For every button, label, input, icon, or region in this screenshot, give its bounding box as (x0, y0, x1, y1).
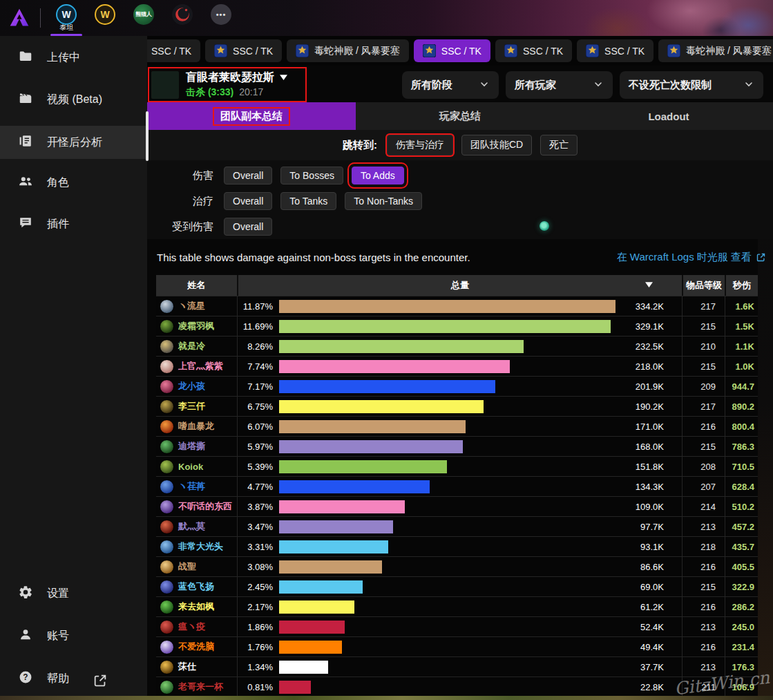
wcl-app[interactable]: W泰坦 (53, 4, 80, 35)
dropdown-filter[interactable]: 不设死亡次数限制 (620, 71, 763, 99)
table-row[interactable]: 瘟ヽ疫1.86%52.4K213245.0 (156, 616, 758, 636)
scrollbar-thumb[interactable] (146, 111, 149, 161)
damage-total: 134.3K (615, 482, 682, 492)
encounter-tab[interactable]: 毒蛇神殿 / 风暴要塞 (287, 39, 409, 62)
metric-filter-button[interactable]: To Adds (352, 167, 404, 185)
table-row[interactable]: 上官灬紫紫7.74%218.0K2151.0K (156, 356, 758, 376)
boss-selector[interactable]: 盲眼者莱欧瑟拉斯 击杀 (3:33) 20:17 (148, 67, 307, 102)
sidebar-item-gear[interactable]: 设置 (0, 577, 147, 610)
archon-logo-icon[interactable] (8, 7, 30, 29)
encounter-tab[interactable]: SSC / TK (577, 39, 653, 62)
class-spec-icon (160, 299, 174, 314)
jump-button[interactable]: 死亡 (540, 135, 578, 155)
item-level: 210 (682, 337, 725, 356)
table-row[interactable]: ヽ流星11.87%334.2K2171.6K (156, 296, 758, 316)
metric-filter-button[interactable]: Overall (224, 192, 272, 210)
column-header-total[interactable]: 总量 (237, 275, 682, 296)
ffxiv-app[interactable] (169, 4, 196, 35)
damage-bar (279, 560, 382, 574)
jump-button[interactable]: 团队技能CD (461, 135, 532, 155)
table-row[interactable]: 战聖3.08%86.6K216405.5 (156, 556, 758, 576)
dps-value: 106.9 (725, 677, 758, 697)
encounter-tab-label: SSC / TK (604, 46, 645, 57)
warcraftlogs-link[interactable]: 在 Warcraft Logs 时光服 查看 (617, 251, 766, 264)
table-row[interactable]: 来去如枫2.17%61.2K216286.2 (156, 596, 758, 616)
table-row[interactable]: 老哥来一杯0.81%22.8K211106.9 (156, 677, 758, 697)
player-name: 老哥来一杯 (178, 681, 223, 693)
encounter-tab[interactable]: SSC / TK (147, 39, 200, 62)
class-spec-icon (160, 319, 174, 334)
damage-bar (279, 580, 363, 594)
column-header-ilvl[interactable]: 物品等级 (682, 275, 725, 296)
table-row[interactable]: 蓝色飞扬2.45%69.0K215322.9 (156, 576, 758, 596)
metric-filter-button[interactable]: To Bosses (280, 167, 343, 185)
dps-value: 1.0K (725, 357, 758, 376)
player-name: 蓝色飞扬 (178, 580, 214, 593)
filter-dropdowns: 所有阶段所有玩家不设死亡次数限制 (402, 71, 763, 99)
table-row[interactable]: 不爱洗脑1.76%49.4K216231.4 (156, 636, 758, 656)
encounter-tab[interactable]: SSC / TK (205, 39, 282, 62)
metric-filter-button[interactable]: To Non-Tanks (345, 192, 422, 210)
table-row[interactable]: 不听话的东西3.87%109.0K214510.2 (156, 496, 758, 516)
table-row[interactable]: Koiok5.39%151.8K208710.5 (156, 456, 758, 476)
panda-app[interactable]: 熊猫人 (130, 4, 158, 35)
chevron-down-icon (280, 75, 287, 81)
table-row[interactable]: ヽ荏苒4.77%134.3K207628.4 (156, 476, 758, 496)
dropdown-filter[interactable]: 所有阶段 (402, 71, 499, 99)
damage-total: 201.9K (615, 381, 682, 392)
table-row[interactable]: 龙小孩7.17%201.9K209944.7 (156, 376, 758, 396)
table-row[interactable]: 李三仟6.75%190.2K217890.2 (156, 396, 758, 416)
encounter-tab-strip: SSC / TKSSC / TK毒蛇神殿 / 风暴要塞SSC / TKSSC /… (147, 36, 773, 66)
encounter-tab-label: SSC / TK (233, 46, 273, 57)
sidebar-item-help[interactable]: ?帮助 (0, 662, 147, 695)
more-app[interactable]: ••• (207, 4, 235, 35)
addon-icon (18, 215, 33, 233)
chevron-down-icon (586, 79, 604, 92)
dps-value: 176.3 (725, 657, 758, 677)
metric-filter-button[interactable]: Overall (224, 167, 272, 185)
metric-filter-button[interactable]: Overall (224, 218, 272, 236)
damage-percent: 8.26% (238, 341, 279, 352)
table-row[interactable]: 嗜血暴龙6.07%171.0K216800.4 (156, 416, 758, 436)
player-name: ヽ荏苒 (178, 480, 205, 493)
table-row[interactable]: 凌霜羽枫11.69%329.1K2151.5K (156, 316, 758, 336)
jump-button[interactable]: 伤害与治疗 (387, 135, 453, 155)
encounter-tab[interactable]: 毒蛇神殿 / 风暴要塞 (658, 39, 773, 62)
damage-total: 232.5K (615, 341, 682, 352)
wow-app[interactable]: W (91, 4, 119, 35)
sidebar-item-analysis[interactable]: 开怪后分析 (0, 126, 147, 159)
wcl-app-icon: W (56, 4, 77, 25)
class-spec-icon (160, 600, 174, 614)
sidebar-item-film[interactable]: 视频 (Beta) (0, 83, 147, 116)
view-tabs: 团队副本总结玩家总结Loadout (147, 102, 773, 130)
external-link-icon (93, 673, 104, 684)
dps-value: 800.4 (725, 417, 758, 436)
column-header-name[interactable]: 姓名 (156, 275, 237, 296)
metric-filter-button[interactable]: To Tanks (280, 192, 336, 210)
sidebar-item-addon[interactable]: 插件 (0, 207, 147, 240)
table-row[interactable]: 默灬莫3.47%97.7K213457.2 (156, 516, 758, 536)
encounter-tab[interactable]: SSC / TK (414, 39, 490, 62)
item-level: 217 (682, 397, 725, 416)
column-header-dps[interactable]: 秒伤 (725, 275, 758, 296)
view-tab[interactable]: 玩家总结 (356, 102, 564, 130)
damage-bar (279, 460, 447, 473)
item-level: 216 (682, 417, 725, 436)
table-row[interactable]: 莯仕1.34%37.7K213176.3 (156, 656, 758, 677)
encounter-tab[interactable]: SSC / TK (495, 39, 572, 62)
view-tab-label: Loadout (648, 111, 689, 122)
player-name: 来去如枫 (178, 600, 214, 613)
sidebar-item-users[interactable]: 角色 (0, 166, 147, 199)
table-row[interactable]: 迪塔撕5.97%168.0K215786.3 (156, 436, 758, 456)
sidebar-item-user[interactable]: 账号 (0, 619, 147, 652)
dps-value: 405.5 (725, 557, 758, 576)
player-name: Koiok (178, 462, 203, 472)
damage-percent: 11.87% (238, 301, 279, 312)
sidebar-item-folder[interactable]: 上传中 (0, 41, 147, 74)
table-row[interactable]: 非常大光头3.31%93.1K218435.7 (156, 536, 758, 556)
view-tab[interactable]: Loadout (564, 102, 773, 130)
view-tab[interactable]: 团队副本总结 (147, 102, 356, 130)
dropdown-filter[interactable]: 所有玩家 (506, 71, 613, 99)
table-row[interactable]: 就是冷8.26%232.5K2101.1K (156, 336, 758, 356)
damage-total: 151.8K (615, 462, 682, 472)
